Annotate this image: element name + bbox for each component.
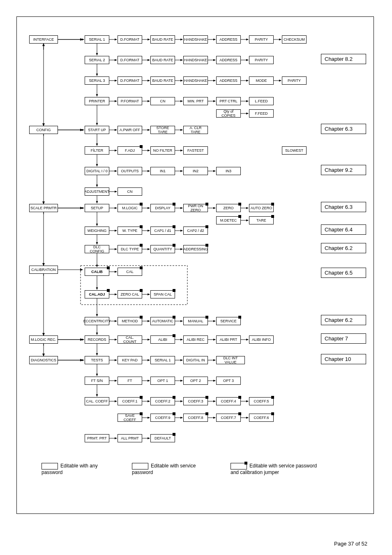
node-savecoeff: SAVE COEFF <box>118 414 142 422</box>
chapter-10: Chapter 10 <box>321 354 366 364</box>
legend-2: Editable with service password <box>132 463 214 475</box>
node-coeff1: COEFF.1 <box>118 397 142 405</box>
node-pwronzero: PWR ON ZERO <box>183 204 208 212</box>
node-lfeed: L.FEED <box>249 97 274 105</box>
node-display: DISPLAY <box>150 204 175 212</box>
node-calibration: CALIBRATION <box>29 266 58 274</box>
node-digitalin: DIGITAL IN <box>183 356 208 364</box>
page-footer: Page 37 of 52 <box>334 541 367 547</box>
node-in2: IN2 <box>183 167 208 175</box>
node-startup: START UP <box>85 126 109 134</box>
node-alibirec: ALIBI REC <box>183 335 208 344</box>
node-automatic: AUTOMATIC <box>150 317 175 325</box>
chapter-6-2: Chapter 6.2 <box>321 243 366 253</box>
node-checksum: CHECKSUM <box>282 35 307 44</box>
node-serial3: SERIAL 3 <box>85 76 109 85</box>
node-mlogicrec: M.LOGIC REC. <box>29 335 58 344</box>
chapter-6-3: Chapter 6.3 <box>321 124 366 134</box>
node-baudrate: BAUD RATE <box>150 35 175 44</box>
node-coeff9: COEFF.9 <box>150 414 175 422</box>
node-qtycopies: Qty of COPIES <box>216 109 241 118</box>
node-calib: CALIB <box>85 268 109 276</box>
node-dformat: D.FORMAT <box>118 35 142 44</box>
node-calcoeff: CAL. COEFF <box>85 397 109 405</box>
node-caladj: CAL.ADJ <box>85 290 109 298</box>
node-tests: TESTS <box>85 356 109 364</box>
node-outputs: OUTPUTS <box>118 167 142 175</box>
node-ftsn: FT S/N <box>85 377 109 385</box>
node-diagnostics: DIAGNOSTICS <box>29 356 58 364</box>
node-method: METHOD <box>118 317 142 325</box>
node-in1: IN1 <box>150 167 175 175</box>
node-opt3: OPT 3 <box>216 377 241 385</box>
node-mlogic: M.LOGIC <box>118 204 142 212</box>
node-quantity: QUANTITY <box>150 245 175 253</box>
node-ffeed: F.FEED <box>249 109 274 118</box>
node-records: RECORDS <box>85 335 109 344</box>
node-autozero: AUTO ZERO <box>249 204 274 212</box>
node-calcount: CAL. COUNT <box>118 335 142 344</box>
node-cap1: CAP1 / d1 <box>150 227 175 235</box>
node-mdetec: M.DETEC <box>216 216 241 224</box>
node-prmtprt: PRMT. PRT <box>85 434 109 442</box>
node-allprmt: ALL PRMT <box>118 434 142 442</box>
node-addressing: ADDRESSING <box>183 245 208 253</box>
node-parity: PARITY <box>249 35 274 44</box>
node: PARITY <box>249 56 274 64</box>
node: PARITY <box>282 76 307 85</box>
node-coeff2: COEFF.2 <box>150 397 175 405</box>
diagram-frame: INTERFACE SERIAL 1 D.FORMAT BAUD RATE HA… <box>16 16 374 514</box>
node-serial1: SERIAL 1 <box>85 35 109 44</box>
node: BAUD RATE <box>150 56 175 64</box>
node-adjustment: ADJUSTMENT <box>85 187 109 196</box>
row-arrows <box>17 17 374 514</box>
node: HANDSHAKE <box>183 56 208 64</box>
chapter-8-2: Chapter 8.2 <box>321 54 366 64</box>
node: HANDSHAKE <box>183 76 208 85</box>
node-mode: MODE <box>249 76 274 85</box>
node-spancal: SPAN CAL <box>150 290 175 298</box>
node-slowest: SLOWEST <box>282 146 307 155</box>
node-tare: TARE <box>249 216 274 224</box>
node-setup: SETUP <box>85 204 109 212</box>
node-cn: CN <box>150 97 175 105</box>
chapter-6-4: Chapter 6.4 <box>321 224 366 235</box>
node-dlcintvalue: DLC INT VALUE <box>216 356 245 364</box>
node-fastest: FASTEST <box>183 146 208 155</box>
node-alibiinfo: ALIBI INFO <box>249 335 274 344</box>
node-config: CONFIG <box>29 126 58 134</box>
node-alibi: ALIBI <box>150 335 175 344</box>
node-ft: FT <box>118 377 142 385</box>
node-opt1: OPT 1 <box>150 377 175 385</box>
node-minprt: MIN. PRT <box>183 97 208 105</box>
node-service: SERVICE <box>216 317 241 325</box>
node-default: DEFAULT <box>150 434 175 442</box>
node-coeff8: COEFF.8 <box>183 414 208 422</box>
node: CN <box>118 187 142 196</box>
node-coeff6: COEFF.6 <box>249 414 274 422</box>
node-storetare: STORE TARE <box>150 126 175 134</box>
node-eccentricity: ECCENTRICITY <box>85 317 109 325</box>
node-wtype: W. TYPE <box>118 227 142 235</box>
node-filter: FİLTER <box>85 146 109 155</box>
node: D.FORMAT <box>118 76 142 85</box>
node-keypad: KEY PAD <box>118 356 142 364</box>
node-zero: ZERO <box>216 204 241 212</box>
node: ADDRESS <box>216 56 241 64</box>
legend-1: Editable with any password <box>42 463 115 475</box>
node-zerocal: ZERO CAL <box>118 290 142 298</box>
node-opt2: OPT 2 <box>183 377 208 385</box>
node-address: ADDRESS <box>216 35 241 44</box>
node-manual: MANUAL <box>183 317 208 325</box>
node-coeff5: COEFF.5 <box>249 397 274 405</box>
node-coeff7: COEFF.7 <box>216 414 241 422</box>
node-prtctrl: PRT CTRL <box>216 97 241 105</box>
node-nofilter: NO FILTER <box>150 146 175 155</box>
node-printer: PRINTER <box>85 97 109 105</box>
chapter-7: Chapter 7 <box>321 333 366 344</box>
chapter-6-5: Chapter 6.5 <box>321 268 366 278</box>
node-coeff4: COEFF.4 <box>216 397 241 405</box>
node-digitalio: DIGITAL I / 0 <box>85 167 109 175</box>
node-apwroff: A.PWR OFF <box>118 126 142 134</box>
node: SERIAL 1 <box>150 356 175 364</box>
